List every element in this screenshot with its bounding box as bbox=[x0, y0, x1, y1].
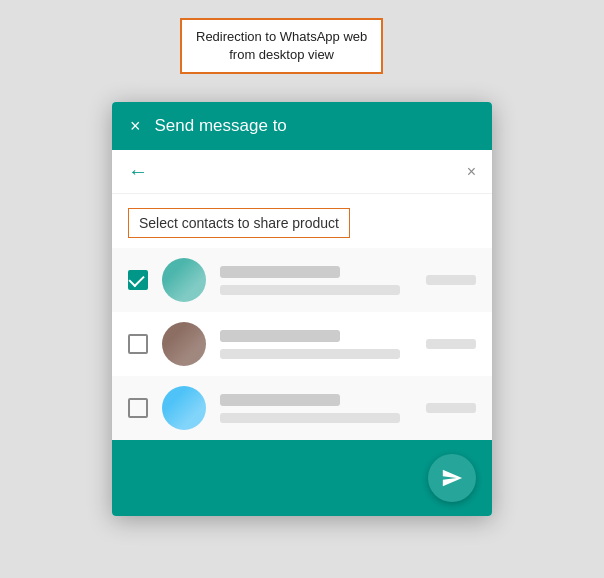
subheader-close-button[interactable]: × bbox=[467, 163, 476, 181]
header-close-button[interactable]: × bbox=[130, 117, 141, 135]
section-label: Select contacts to share product bbox=[128, 208, 350, 238]
annotation-line2: from desktop view bbox=[229, 47, 334, 62]
contact-sub-blur-3 bbox=[220, 413, 400, 423]
contact-side-1 bbox=[426, 275, 476, 285]
dialog-header: × Send message to bbox=[112, 102, 492, 150]
contact-sub-blur-1 bbox=[220, 285, 400, 295]
contact-avatar-2 bbox=[162, 322, 206, 366]
contact-info-2 bbox=[220, 330, 412, 359]
section-label-wrap: Select contacts to share product bbox=[112, 194, 492, 248]
contact-list bbox=[112, 248, 492, 440]
send-button[interactable] bbox=[428, 454, 476, 502]
send-message-dialog: × Send message to ← × Select contacts to… bbox=[112, 102, 492, 516]
contact-side-2 bbox=[426, 339, 476, 349]
contact-checkbox-2[interactable] bbox=[128, 334, 148, 354]
contact-row[interactable] bbox=[112, 312, 492, 376]
annotation-tooltip: Redirection to WhatsApp web from desktop… bbox=[180, 18, 383, 74]
contact-sub-blur-2 bbox=[220, 349, 400, 359]
contact-avatar-1 bbox=[162, 258, 206, 302]
contact-name-blur-3 bbox=[220, 394, 340, 406]
contact-checkbox-1[interactable] bbox=[128, 270, 148, 290]
back-button[interactable]: ← bbox=[128, 160, 148, 183]
contact-checkbox-3[interactable] bbox=[128, 398, 148, 418]
dialog-subheader: ← × bbox=[112, 150, 492, 194]
dialog-footer bbox=[112, 440, 492, 516]
contact-info-1 bbox=[220, 266, 412, 295]
contact-info-3 bbox=[220, 394, 412, 423]
contact-avatar-3 bbox=[162, 386, 206, 430]
contact-name-blur-2 bbox=[220, 330, 340, 342]
annotation-line1: Redirection to WhatsApp web bbox=[196, 29, 367, 44]
send-icon bbox=[441, 467, 463, 489]
contact-name-blur-1 bbox=[220, 266, 340, 278]
dialog-title: Send message to bbox=[155, 116, 287, 136]
contact-side-3 bbox=[426, 403, 476, 413]
contact-row[interactable] bbox=[112, 376, 492, 440]
contact-row[interactable] bbox=[112, 248, 492, 312]
